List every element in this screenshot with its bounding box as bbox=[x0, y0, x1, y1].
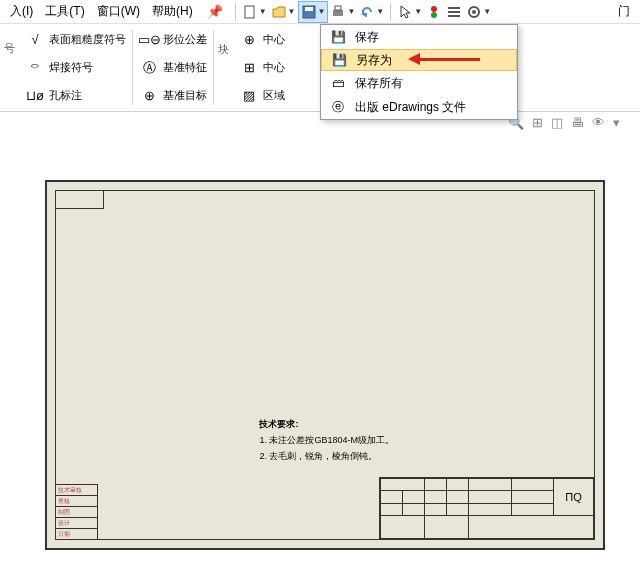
chevron-down-icon: ▼ bbox=[259, 7, 267, 16]
center-icon: ⊕ bbox=[239, 31, 259, 49]
svg-point-6 bbox=[431, 12, 437, 18]
corner-marker bbox=[56, 191, 104, 209]
menu-item-save[interactable]: 💾 保存 bbox=[321, 25, 517, 49]
label: 基准目标 bbox=[163, 88, 207, 103]
hole-icon: ⊔ø bbox=[25, 86, 45, 104]
area-hatch-button[interactable]: ▨区域 bbox=[239, 83, 285, 107]
label: 焊接符号 bbox=[49, 60, 93, 75]
save-all-icon: 🗃 bbox=[329, 76, 347, 90]
part-number: ΠQ bbox=[554, 479, 594, 516]
chevron-down-icon: ▼ bbox=[288, 7, 296, 16]
label: 出版 eDrawings 文件 bbox=[355, 99, 466, 116]
rev-row: 查核 bbox=[56, 495, 98, 506]
traffic-light-icon bbox=[426, 4, 442, 20]
document-icon bbox=[242, 4, 258, 20]
pin-icon[interactable]: 📌 bbox=[207, 4, 223, 19]
rev-row: 制图 bbox=[56, 506, 98, 517]
settings-button[interactable]: ▼ bbox=[464, 2, 493, 22]
gear-icon bbox=[466, 4, 482, 20]
center-mark-button[interactable]: ⊕中心 bbox=[239, 28, 285, 52]
label: 保存 bbox=[355, 29, 379, 46]
undo-icon bbox=[359, 4, 375, 20]
label: 区域 bbox=[263, 88, 285, 103]
rev-row: 设计 bbox=[56, 517, 98, 528]
technical-notes: 技术要求: 1. 未注公差按GB1804-M级加工。 2. 去毛刺，锐角，棱角倒… bbox=[259, 416, 394, 464]
traffic-button[interactable] bbox=[424, 2, 444, 22]
svg-rect-9 bbox=[448, 15, 460, 17]
save-dropdown-menu: 💾 保存 💾 另存为 🗃 保存所有 ⓔ 出版 eDrawings 文件 bbox=[320, 24, 518, 120]
ribbon-group-center: ⊕中心 ⊞中心 ▨区域 bbox=[233, 28, 291, 107]
open-button[interactable]: ▼ bbox=[269, 2, 298, 22]
revision-block: 技术审核 查核 制图 设计 日期 bbox=[56, 484, 98, 539]
surface-finish-icon: √ bbox=[25, 31, 45, 49]
label: 中心 bbox=[263, 32, 285, 47]
folder-open-icon bbox=[271, 4, 287, 20]
options-button[interactable] bbox=[444, 2, 464, 22]
save-icon bbox=[301, 4, 317, 20]
menubar: 入(I) 工具(T) 窗口(W) 帮助(H) 📌 ▼ ▼ ▼ ▼ ▼ ▼ ▼ 门 bbox=[0, 0, 640, 24]
geometric-tolerance-button[interactable]: ▭⊖形位公差 bbox=[139, 28, 207, 52]
list-icon bbox=[446, 4, 462, 20]
label: 基准特征 bbox=[163, 60, 207, 75]
drawing-frame: 技术审核 查核 制图 设计 日期 技术要求: 1. 未注公差按GB1804-M级… bbox=[55, 190, 595, 540]
notes-line: 2. 去毛刺，锐角，棱角倒钝。 bbox=[259, 448, 394, 464]
more-icon[interactable]: ▾ bbox=[613, 115, 620, 130]
menu-item-save-all[interactable]: 🗃 保存所有 bbox=[321, 71, 517, 95]
eye-icon[interactable]: 👁 bbox=[592, 115, 605, 130]
drawing-canvas[interactable]: 技术审核 查核 制图 设计 日期 技术要求: 1. 未注公差按GB1804-M级… bbox=[45, 180, 605, 550]
ribbon-side-label: 号 bbox=[0, 28, 19, 107]
hatch-icon: ▨ bbox=[239, 86, 259, 104]
chevron-down-icon: ▼ bbox=[483, 7, 491, 16]
weld-symbol-button[interactable]: ⌔焊接符号 bbox=[25, 56, 126, 80]
chevron-down-icon: ▼ bbox=[318, 7, 326, 16]
save-icon: 💾 bbox=[329, 30, 347, 44]
edrawings-icon: ⓔ bbox=[329, 99, 347, 116]
notes-line: 1. 未注公差按GB1804-M级加工。 bbox=[259, 432, 394, 448]
arrow-annotation bbox=[418, 58, 480, 61]
ribbon-group-annotation: √表面粗糙度符号 ⌔焊接符号 ⊔ø孔标注 bbox=[19, 28, 132, 107]
svg-point-11 bbox=[472, 10, 476, 14]
datum-feature-button[interactable]: Ⓐ基准特征 bbox=[139, 56, 207, 80]
menu-right[interactable]: 门 bbox=[612, 1, 636, 22]
menu-tools[interactable]: 工具(T) bbox=[39, 1, 90, 22]
separator bbox=[235, 3, 236, 21]
cursor-icon bbox=[397, 4, 413, 20]
ribbon-group-datum: ▭⊖形位公差 Ⓐ基准特征 ⊕基准目标 bbox=[133, 28, 213, 107]
rev-row: 日期 bbox=[56, 528, 98, 539]
new-button[interactable]: ▼ bbox=[240, 2, 269, 22]
datum-target-button[interactable]: ⊕基准目标 bbox=[139, 83, 207, 107]
notes-title: 技术要求: bbox=[259, 416, 394, 432]
svg-rect-2 bbox=[305, 7, 313, 11]
print-button[interactable]: ▼ bbox=[328, 2, 357, 22]
select-button[interactable]: ▼ bbox=[395, 2, 424, 22]
chevron-down-icon: ▼ bbox=[347, 7, 355, 16]
hole-callout-button[interactable]: ⊔ø孔标注 bbox=[25, 83, 126, 107]
svg-rect-8 bbox=[448, 11, 460, 13]
menu-window[interactable]: 窗口(W) bbox=[91, 1, 146, 22]
undo-button[interactable]: ▼ bbox=[357, 2, 386, 22]
menu-insert[interactable]: 入(I) bbox=[4, 1, 39, 22]
svg-rect-0 bbox=[245, 6, 254, 18]
label: 另存为 bbox=[356, 52, 392, 69]
chevron-down-icon: ▼ bbox=[376, 7, 384, 16]
centerline-icon: ⊞ bbox=[239, 59, 259, 77]
print-icon[interactable]: 🖶 bbox=[571, 115, 584, 130]
centerline-button[interactable]: ⊞中心 bbox=[239, 56, 285, 80]
label: 形位公差 bbox=[163, 32, 207, 47]
svg-rect-4 bbox=[335, 6, 341, 10]
block-label: 块 bbox=[214, 28, 233, 107]
target-icon: ⊕ bbox=[139, 86, 159, 104]
surface-finish-button[interactable]: √表面粗糙度符号 bbox=[25, 28, 126, 52]
svg-rect-7 bbox=[448, 7, 460, 9]
label: 表面粗糙度符号 bbox=[49, 32, 126, 47]
title-block: ΠQ bbox=[379, 477, 594, 539]
svg-rect-3 bbox=[333, 10, 343, 16]
printer-icon bbox=[330, 4, 346, 20]
view-icon[interactable]: ⊞ bbox=[532, 115, 543, 130]
menu-item-publish-edrawings[interactable]: ⓔ 出版 eDrawings 文件 bbox=[321, 95, 517, 119]
svg-point-5 bbox=[431, 6, 437, 12]
save-button[interactable]: ▼ bbox=[298, 1, 329, 23]
label: 保存所有 bbox=[355, 75, 403, 92]
menu-help[interactable]: 帮助(H) bbox=[146, 1, 199, 22]
display-icon[interactable]: ◫ bbox=[551, 115, 563, 130]
